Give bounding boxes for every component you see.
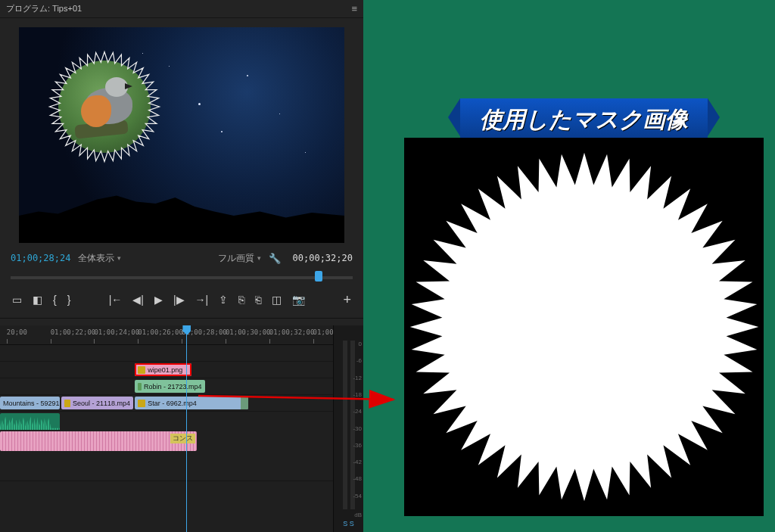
ruler-tick: 20;00	[7, 328, 27, 336]
preview-pip-starburst	[48, 50, 161, 163]
ruler-tick: 01;00;32;00	[269, 328, 315, 336]
timeline-ruler[interactable]: 20;0001;00;22;0001;00;24;0001;00;26;0001…	[0, 325, 333, 345]
db-tick: 0	[359, 341, 362, 347]
audio-clip-pink[interactable]: コンス	[0, 431, 197, 451]
ruler-tick: 01;00;22;00	[51, 328, 96, 336]
ruler-tick: 01;00;24;00	[94, 328, 139, 336]
clip-label: Mountains - 59291.mp4	[3, 400, 60, 407]
audio-clip-green[interactable]	[0, 413, 60, 430]
fx-badge-icon	[138, 366, 145, 374]
step-back-icon[interactable]: ◀|	[132, 294, 144, 306]
clip-mountains[interactable]: Mountains - 59291.mp4	[0, 397, 60, 409]
clip-star[interactable]: Star - 6962.mp4	[135, 397, 248, 409]
svg-marker-3	[409, 153, 758, 502]
extract-icon[interactable]: }	[67, 294, 71, 306]
program-monitor-controls-row: 01;00;28;24 全体表示▾ フル画質▾ 🔧 00;00;32;20	[0, 245, 363, 271]
timecode-duration: 00;00;32;20	[293, 253, 353, 263]
timeline-tracks: wipe01.png Robin - 21723.mp4 Mountains -…	[0, 345, 333, 481]
button-editor-plus-icon[interactable]: +	[343, 292, 354, 308]
clip-robin[interactable]: Robin - 21723.mp4	[135, 380, 204, 393]
track-empty[interactable]	[0, 451, 333, 481]
transport-controls: ▭ ◧ { } |← ◀| ▶ |▶ →| ⇪ ⎘ ⎗ ◫ 📷 +	[0, 285, 363, 315]
scrub-track	[11, 276, 353, 279]
program-monitor-header: プログラム: Tips+01 ≡	[0, 0, 363, 18]
chevron-down-icon: ▾	[117, 254, 121, 262]
panel-menu-icon[interactable]: ≡	[351, 3, 357, 14]
track-a2[interactable]: コンス	[0, 431, 333, 451]
program-scrub-bar[interactable]	[11, 271, 353, 285]
audio-tag: コンス	[170, 434, 195, 443]
insert-marker-icon[interactable]: {	[53, 294, 57, 306]
go-to-out-icon[interactable]: →|	[195, 294, 209, 306]
preview-star	[221, 131, 223, 132]
db-tick: -36	[353, 442, 362, 449]
timeline-panel: 20;0001;00;22;0001;00;24;0001;00;26;0001…	[0, 325, 363, 532]
ruler-tick: 01;00;26;00	[138, 328, 183, 336]
db-tick: -24	[353, 408, 362, 415]
zoom-label: 全体表示	[78, 252, 114, 265]
clip-endcap	[241, 397, 248, 409]
db-tick: -30	[353, 425, 362, 432]
program-monitor-frame[interactable]	[19, 27, 344, 243]
mark-out-icon[interactable]: ◧	[33, 294, 42, 306]
svg-marker-0	[50, 52, 160, 162]
mask-starburst	[406, 149, 762, 505]
preview-pip-starburst-outline	[48, 50, 161, 163]
track-v3[interactable]: wipe01.png	[0, 362, 333, 378]
clip-label: Seoul - 21118.mp4	[73, 400, 130, 407]
meter-solo-labels[interactable]: S S	[334, 520, 363, 527]
program-monitor-title: プログラム: Tips+01	[6, 3, 82, 14]
clip-label: Star - 6962.mp4	[148, 400, 197, 407]
snapshot-icon[interactable]: 📷	[292, 294, 305, 306]
ruler-tick: 01;00;30;00	[226, 328, 271, 336]
db-tick: -48	[353, 475, 362, 482]
db-tick: -18	[353, 391, 362, 398]
timecode-current[interactable]: 01;00;28;24	[11, 253, 70, 263]
mark-in-icon[interactable]: ▭	[12, 294, 22, 306]
timeline-main[interactable]: 20;0001;00;22;0001;00;24;0001;00;26;0001…	[0, 325, 333, 532]
step-forward-icon[interactable]: |▶	[173, 294, 185, 306]
settings-wrench-icon[interactable]: 🔧	[269, 253, 281, 264]
preview-star	[247, 75, 248, 76]
play-icon[interactable]: ▶	[154, 294, 163, 306]
comparison-view-icon[interactable]: ◫	[272, 294, 282, 306]
go-to-in-icon[interactable]: |←	[109, 294, 123, 306]
clip-label: wipe01.png	[148, 366, 182, 374]
track-a1[interactable]	[0, 412, 333, 431]
zoom-dropdown[interactable]: 全体表示▾	[78, 252, 121, 265]
meter-left	[343, 341, 347, 509]
editor-panel: プログラム: Tips+01 ≡	[0, 0, 363, 532]
clip-label: Robin - 21723.mp4	[144, 383, 202, 390]
preview-star	[198, 103, 201, 105]
preview-star	[279, 114, 280, 114]
chevron-down-icon: ▾	[257, 254, 261, 262]
ruler-tick: 01;00;34;00	[313, 328, 333, 336]
track-v1[interactable]: Mountains - 59291.mp4 Seoul - 21118.mp4 …	[0, 395, 333, 412]
scrub-playhead[interactable]	[315, 271, 322, 282]
clip-wipe[interactable]: wipe01.png	[135, 363, 191, 376]
program-monitor-viewport	[0, 18, 363, 245]
fx-badge-icon	[138, 383, 142, 390]
audio-waveform	[0, 413, 60, 430]
db-tick: -42	[353, 459, 362, 465]
export-frame-icon[interactable]: ⇪	[219, 294, 228, 306]
fx-badge-icon	[138, 400, 145, 407]
clip-seoul[interactable]: Seoul - 21118.mp4	[61, 397, 133, 409]
track-v4[interactable]	[0, 345, 333, 362]
lift-icon[interactable]: ⎘	[238, 294, 244, 306]
quality-dropdown[interactable]: フル画質▾	[218, 252, 261, 265]
mask-image-title: 使用したマスク画像	[460, 98, 708, 142]
mask-image-box	[404, 138, 764, 516]
db-unit: dB	[354, 512, 362, 518]
db-tick: -54	[353, 493, 362, 499]
db-tick: -6	[356, 357, 362, 364]
audio-meters: 0-6-12-18-24-30-36-42-48-54dB S S	[333, 325, 363, 532]
track-v2[interactable]: Robin - 21723.mp4	[0, 378, 333, 395]
fx-badge-icon	[64, 400, 70, 407]
db-tick: -12	[353, 375, 362, 381]
mask-image-title-container: 使用したマスク画像	[403, 98, 764, 142]
extract-icon-2[interactable]: ⎗	[255, 294, 261, 306]
quality-label: フル画質	[218, 252, 254, 265]
